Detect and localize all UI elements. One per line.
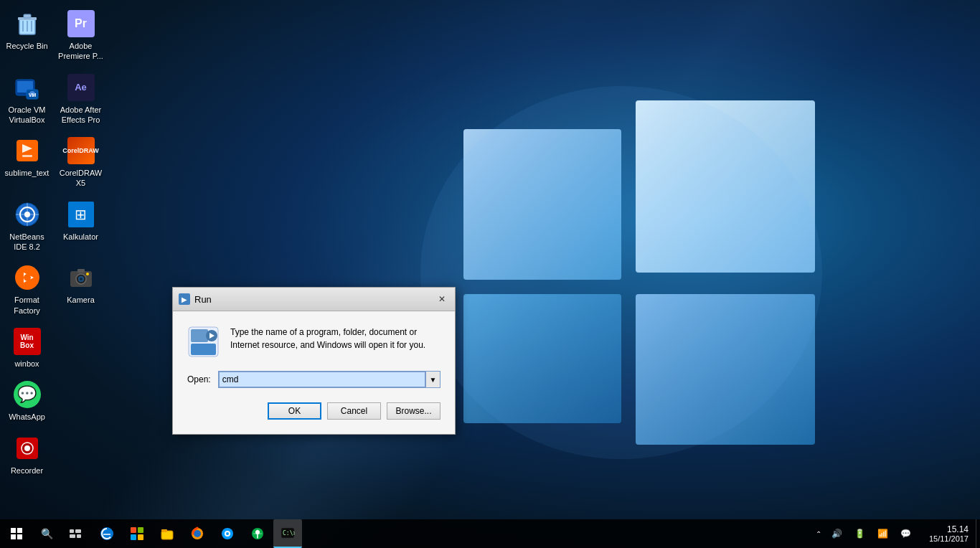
desktop-icon-format-factory[interactable]: Format Factory: [0, 258, 54, 321]
dialog-ok-button[interactable]: OK: [268, 402, 321, 420]
sublime-icon: [13, 136, 42, 165]
dialog-top-area: Type the name of a program, folder, docu…: [187, 326, 440, 358]
svg-point-61: [226, 532, 229, 535]
dialog-input-row: Open: ▼: [187, 371, 440, 388]
svg-rect-38: [191, 329, 208, 342]
format-factory-label: Format Factory: [3, 295, 51, 316]
netbeans-label: NetBeans IDE 8.2: [3, 232, 51, 252]
svg-rect-43: [11, 534, 16, 539]
clock-date: 15/11/2017: [929, 534, 969, 543]
taskbar-app-teamviewer[interactable]: [213, 519, 242, 548]
svg-point-35: [24, 445, 30, 451]
dialog-open-input[interactable]: [218, 371, 426, 388]
svg-rect-50: [131, 527, 136, 533]
taskbar-show-desktop-button[interactable]: [976, 519, 980, 548]
virtualbox-icon: VM: [13, 73, 42, 102]
ae-label: Adobe After Effects Pro: [57, 105, 105, 126]
svg-rect-45: [70, 529, 74, 533]
taskbar-app-cmd[interactable]: C:\>_: [273, 519, 302, 548]
taskbar-app-firefox[interactable]: [183, 519, 212, 548]
desktop-icon-recycle-bin[interactable]: Recycle Bin: [0, 4, 54, 67]
dialog-body: Type the name of a program, folder, docu…: [173, 311, 455, 434]
taskbar-start-button[interactable]: [0, 519, 32, 548]
whatsapp-icon: 💬: [13, 380, 42, 409]
svg-rect-37: [191, 344, 216, 355]
svg-rect-47: [70, 534, 75, 538]
ae-icon: Ae: [67, 73, 95, 102]
desktop-icon-recorder[interactable]: Recorder: [0, 428, 54, 481]
winbox-label: winbox: [14, 359, 39, 369]
windows-logo-light: [406, 57, 837, 488]
kalkulator-icon: ⊞: [67, 200, 95, 229]
svg-rect-2: [463, 294, 621, 423]
taskbar-battery-icon[interactable]: 🔋: [850, 519, 870, 548]
taskbar-app-area: C:\>_: [90, 519, 813, 548]
svg-rect-46: [75, 529, 81, 533]
desktop-icon-kalkulator[interactable]: ⊞ Kalkulator: [54, 194, 108, 258]
dialog-input-combo: ▼: [218, 371, 440, 388]
taskbar-message-icon[interactable]: 💬: [896, 519, 916, 548]
desktop-icon-whatsapp[interactable]: 💬 WhatsApp: [0, 374, 54, 427]
svg-rect-1: [636, 100, 815, 273]
svg-rect-51: [138, 527, 143, 533]
taskbar-search-button[interactable]: 🔍: [32, 519, 61, 548]
dialog-cancel-button[interactable]: Cancel: [327, 402, 381, 420]
whatsapp-label: WhatsApp: [9, 412, 45, 422]
kamera-icon: [67, 263, 95, 292]
dialog-close-button[interactable]: ✕: [435, 292, 449, 306]
taskbar-app-explorer[interactable]: [153, 519, 182, 548]
desktop-icon-premiere[interactable]: Pr Adobe Premiere P...: [54, 4, 108, 67]
desktop-icon-kamera[interactable]: Kamera: [54, 258, 108, 321]
kalkulator-label: Kalkulator: [63, 232, 98, 242]
desktop-icon-winbox[interactable]: WinBox winbox: [0, 321, 54, 374]
svg-rect-0: [463, 129, 621, 280]
taskbar: 🔍: [0, 519, 980, 548]
svg-rect-53: [138, 534, 143, 540]
svg-point-26: [24, 274, 31, 281]
run-dialog: ▶ Run ✕ Type the name of a program, fold…: [172, 287, 456, 435]
taskbar-network-icon[interactable]: 📶: [873, 519, 893, 548]
svg-point-63: [255, 530, 260, 534]
taskbar-app-store[interactable]: [123, 519, 151, 548]
premiere-label: Adobe Premiere P...: [57, 41, 105, 62]
svg-text:VM: VM: [28, 93, 36, 98]
dialog-run-graphic: [187, 326, 220, 358]
dialog-titlebar: ▶ Run ✕: [173, 288, 455, 311]
desktop: Recycle Bin Pr Adobe Premiere P... VM Or…: [0, 0, 980, 548]
taskbar-clock[interactable]: 15.14 15/11/2017: [922, 519, 976, 548]
svg-point-4: [420, 86, 822, 459]
svg-rect-42: [17, 528, 22, 533]
clock-time: 15.14: [947, 524, 969, 534]
desktop-icons: Recycle Bin Pr Adobe Premiere P... VM Or…: [0, 4, 108, 481]
desktop-icon-corel[interactable]: CorelDRAW CorelDRAW X5: [54, 131, 108, 194]
recorder-label: Recorder: [11, 466, 43, 476]
dialog-title-area: ▶ Run: [179, 293, 212, 305]
taskbar-volume-icon[interactable]: 🔊: [827, 519, 847, 548]
svg-point-32: [86, 273, 89, 275]
desktop-icon-netbeans[interactable]: NetBeans IDE 8.2: [0, 194, 54, 258]
desktop-icon-ae[interactable]: Ae Adobe After Effects Pro: [54, 67, 108, 131]
corel-icon: CorelDRAW: [67, 136, 95, 165]
run-dialog-icon: ▶: [179, 293, 190, 305]
svg-rect-18: [22, 155, 32, 157]
dialog-dropdown-button[interactable]: ▼: [426, 371, 440, 388]
taskbar-system-area: ⌃ 🔊 🔋 📶 💬: [813, 519, 922, 548]
kamera-label: Kamera: [67, 295, 95, 305]
dialog-browse-button[interactable]: Browse...: [387, 402, 440, 420]
taskbar-app-edge[interactable]: [93, 519, 121, 548]
recycle-bin-icon: [13, 9, 42, 38]
dialog-open-label: Open:: [187, 374, 211, 384]
virtualbox-label: Oracle VM VirtualBox: [3, 105, 51, 126]
dialog-buttons: OK Cancel Browse...: [187, 402, 440, 420]
format-factory-icon: [13, 263, 42, 292]
taskbar-chevron-button[interactable]: ⌃: [813, 519, 824, 548]
desktop-icon-virtualbox[interactable]: VM Oracle VM VirtualBox: [0, 67, 54, 131]
svg-rect-44: [17, 534, 22, 539]
svg-rect-41: [11, 528, 16, 533]
desktop-icon-sublime[interactable]: sublime_text: [0, 131, 54, 194]
taskbar-taskview-button[interactable]: [61, 519, 90, 548]
dialog-title-text: Run: [194, 294, 212, 305]
sublime-label: sublime_text: [5, 168, 50, 178]
netbeans-icon: [13, 200, 42, 229]
taskbar-app-maps[interactable]: [243, 519, 272, 548]
